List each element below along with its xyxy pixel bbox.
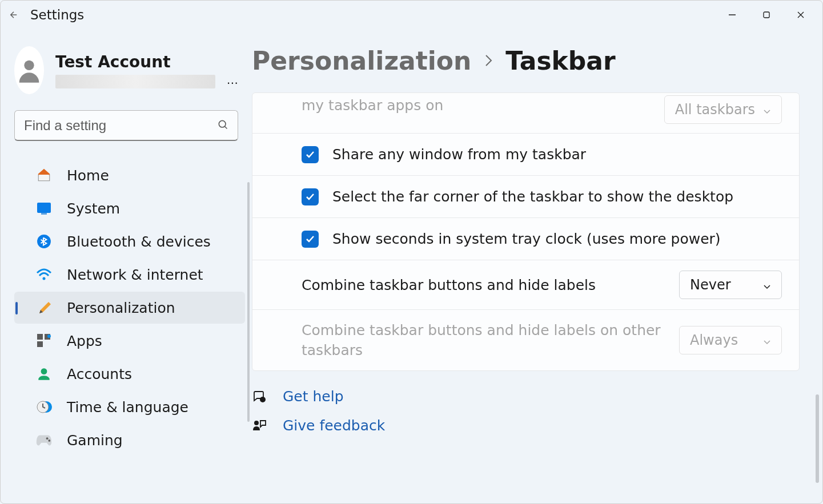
dropdown-value: Always [690, 332, 738, 348]
account-email-placeholder [55, 75, 215, 88]
svg-line-4 [225, 126, 227, 128]
sidebar-item-label: Time & language [67, 399, 188, 416]
svg-point-2 [24, 61, 34, 70]
setting-combine-buttons: Combine taskbar buttons and hide labels … [252, 260, 799, 309]
app-title: Settings [30, 7, 84, 22]
personalization-icon [36, 300, 52, 316]
sidebar-item-bluetooth[interactable]: Bluetooth & devices [14, 225, 245, 257]
svg-rect-9 [37, 334, 43, 340]
home-icon [36, 167, 52, 183]
setting-label: Select the far corner of the taskbar to … [332, 187, 782, 207]
sidebar-item-label: Home [67, 167, 109, 184]
setting-far-corner[interactable]: Select the far corner of the taskbar to … [252, 175, 799, 217]
sidebar-item-system[interactable]: System [14, 192, 245, 224]
get-help-link[interactable]: ? Get help [252, 388, 800, 405]
setting-multi-display: my taskbar apps on All taskbars [252, 93, 799, 133]
wifi-icon [36, 267, 52, 283]
sidebar-item-label: System [67, 200, 120, 217]
svg-point-16 [46, 437, 49, 440]
close-button[interactable] [784, 3, 818, 26]
window-controls [715, 3, 818, 26]
sidebar-item-label: Personalization [67, 300, 175, 316]
setting-label: Show seconds in system tray clock (uses … [332, 229, 782, 249]
show-seconds-checkbox[interactable] [302, 231, 319, 248]
sidebar: Test Account ⋯ Home [1, 29, 252, 503]
svg-point-8 [43, 277, 46, 280]
sidebar-item-personalization[interactable]: Personalization [14, 292, 245, 324]
back-button[interactable] [5, 6, 22, 23]
svg-point-17 [48, 440, 50, 442]
setting-label: Combine taskbar buttons and hide labels … [302, 320, 668, 360]
svg-point-12 [47, 334, 51, 338]
feedback-icon [252, 419, 267, 433]
sidebar-item-label: Accounts [67, 366, 132, 382]
footer-link-label: Give feedback [283, 417, 385, 434]
chevron-down-icon [763, 277, 771, 293]
page-scrollbar[interactable] [816, 394, 819, 483]
sidebar-item-home[interactable]: Home [14, 159, 245, 191]
sidebar-item-label: Apps [67, 333, 102, 349]
setting-share-window[interactable]: Share any window from my taskbar [252, 133, 799, 175]
setting-combine-other: Combine taskbar buttons and hide labels … [252, 309, 799, 370]
breadcrumb-current: Taskbar [505, 46, 615, 75]
svg-point-20 [254, 421, 259, 425]
svg-rect-5 [37, 203, 51, 213]
account-name: Test Account [55, 53, 215, 71]
clock-icon [36, 399, 52, 415]
breadcrumb-parent[interactable]: Personalization [252, 46, 471, 75]
maximize-button[interactable] [749, 3, 784, 26]
sidebar-item-gaming[interactable]: Gaming [14, 424, 245, 456]
titlebar: Settings [1, 1, 822, 29]
svg-point-3 [219, 120, 226, 127]
more-button[interactable]: ⋯ [227, 76, 238, 90]
search-icon [217, 119, 228, 132]
svg-rect-11 [37, 341, 43, 347]
nav-list: Home System Bluetooth & devices Network … [1, 158, 252, 503]
accounts-icon [36, 366, 52, 382]
sidebar-item-network[interactable]: Network & internet [14, 259, 245, 291]
search-box[interactable] [14, 110, 238, 141]
setting-label: my taskbar apps on [302, 95, 653, 115]
help-icon: ? [252, 390, 267, 404]
setting-label: Combine taskbar buttons and hide labels [302, 275, 668, 295]
chevron-down-icon [763, 102, 771, 118]
setting-label: Share any window from my taskbar [332, 144, 782, 164]
multi-display-dropdown[interactable]: All taskbars [664, 95, 782, 124]
far-corner-checkbox[interactable] [302, 188, 319, 205]
svg-rect-6 [41, 213, 47, 215]
bluetooth-icon [36, 233, 52, 249]
chevron-down-icon [763, 332, 771, 348]
svg-point-13 [41, 368, 47, 374]
dropdown-value: Never [690, 277, 731, 293]
sidebar-item-label: Network & internet [67, 267, 203, 283]
footer-link-label: Get help [283, 388, 344, 405]
setting-show-seconds[interactable]: Show seconds in system tray clock (uses … [252, 217, 799, 260]
svg-rect-1 [764, 12, 769, 18]
breadcrumb: Personalization Taskbar [252, 46, 800, 75]
sidebar-item-label: Bluetooth & devices [67, 233, 211, 250]
avatar [14, 46, 44, 94]
svg-text:?: ? [262, 398, 264, 402]
account-section[interactable]: Test Account ⋯ [1, 46, 252, 103]
gaming-icon [36, 432, 52, 448]
system-icon [36, 200, 52, 216]
apps-icon [36, 333, 52, 349]
sidebar-item-apps[interactable]: Apps [14, 325, 245, 357]
dropdown-value: All taskbars [675, 102, 755, 118]
settings-card: my taskbar apps on All taskbars Share an… [252, 92, 800, 371]
chevron-right-icon [484, 51, 493, 71]
footer-links: ? Get help Give feedback [252, 388, 800, 434]
minimize-button[interactable] [715, 3, 749, 26]
sidebar-item-time-language[interactable]: Time & language [14, 391, 245, 423]
sidebar-scrollbar[interactable] [247, 182, 250, 422]
sidebar-item-label: Gaming [67, 432, 123, 449]
give-feedback-link[interactable]: Give feedback [252, 417, 800, 434]
combine-dropdown[interactable]: Never [679, 271, 782, 299]
combine-other-dropdown[interactable]: Always [679, 326, 782, 354]
main-content: Personalization Taskbar my taskbar apps … [252, 29, 822, 503]
sidebar-item-accounts[interactable]: Accounts [14, 358, 245, 390]
share-window-checkbox[interactable] [302, 146, 319, 163]
search-input[interactable] [24, 118, 217, 134]
